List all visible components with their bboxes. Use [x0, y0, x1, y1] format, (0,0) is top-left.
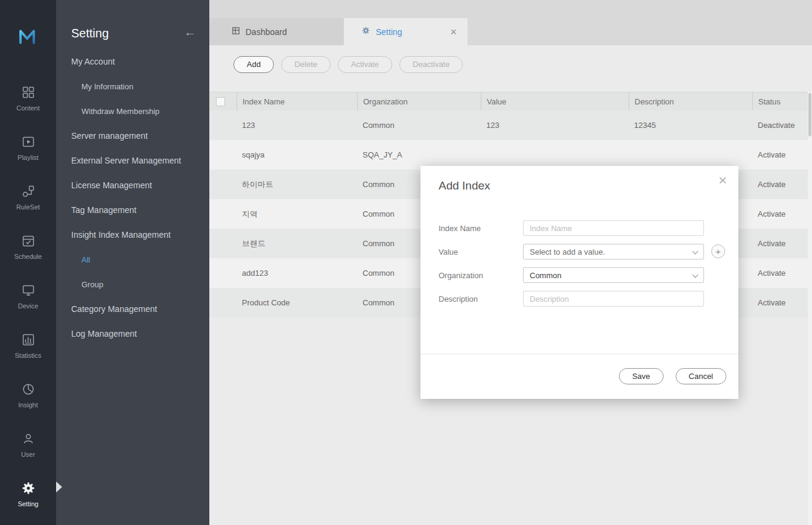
cell-status: Activate [752, 269, 812, 278]
schedule-icon [21, 234, 36, 248]
add-index-modal: Add Index × Index Name Value Select to a… [420, 166, 738, 399]
cancel-button[interactable]: Cancel [676, 368, 726, 384]
form-row-index-name: Index Name [439, 220, 720, 236]
sidebar-item-license-management[interactable]: License Management [56, 173, 209, 198]
rail-item-user[interactable]: User [0, 422, 56, 471]
cell-organization: SQA_JY_A [357, 150, 481, 159]
sidebar-item-my-account[interactable]: My Account [56, 49, 209, 74]
cell-index-name: 지역 [236, 209, 357, 220]
dashboard-icon [232, 27, 240, 37]
modal-close-icon[interactable]: × [718, 173, 727, 188]
tab-setting[interactable]: Setting × [344, 18, 468, 45]
cell-value: 123 [481, 121, 629, 130]
save-button[interactable]: Save [619, 368, 664, 384]
sidebar-item-withdraw-membership[interactable]: Withdraw Membership [56, 99, 209, 124]
rail-label: Insight [18, 401, 37, 409]
rail-item-content[interactable]: Content [0, 75, 56, 125]
app-root: Content Playlist RuleSet [0, 0, 812, 525]
description-label: Description [439, 294, 523, 304]
rail-item-ruleset[interactable]: RuleSet [0, 174, 56, 224]
chevron-down-icon [693, 272, 699, 278]
add-value-button[interactable]: + [711, 244, 725, 258]
column-header-value[interactable]: Value [481, 92, 629, 110]
sidebar-item-tag-management[interactable]: Tag Management [56, 198, 209, 223]
table-row[interactable]: sqajya SQA_JY_A Activate [209, 140, 812, 170]
cell-index-name: 123 [236, 121, 357, 130]
insight-icon [21, 382, 36, 396]
form-row-description: Description [439, 291, 720, 307]
value-select[interactable]: Select to add a value. [523, 244, 704, 259]
rail-label: Statistics [14, 352, 41, 359]
modal-title: Add Index [439, 179, 490, 192]
column-header-organization[interactable]: Organization [357, 92, 481, 110]
rail-label: User [21, 451, 35, 458]
vertical-scrollbar[interactable] [808, 92, 812, 525]
sidebar-item-category-management[interactable]: Category Management [56, 297, 209, 322]
scrollbar-thumb[interactable] [808, 93, 811, 136]
organization-label: Organization [439, 271, 523, 280]
cell-index-name: 브랜드 [236, 238, 357, 249]
setting-tab-gear-icon [361, 26, 370, 37]
rail-label: Schedule [14, 253, 42, 260]
table-row[interactable]: 123 Common 123 12345 Deactivate [209, 110, 812, 140]
column-header-index-name[interactable]: Index Name [236, 92, 357, 110]
sidebar-item-insight-index[interactable]: Insight Index Management [56, 223, 209, 247]
description-input[interactable] [523, 291, 704, 307]
value-label: Value [439, 247, 523, 256]
sidebar-item-server-management[interactable]: Server management [56, 124, 209, 148]
rail-item-setting[interactable]: Setting [0, 471, 56, 521]
sidebar-item-external-server[interactable]: External Server Management [56, 148, 209, 173]
rail-label: RuleSet [16, 203, 40, 211]
modal-divider [420, 354, 738, 354]
form-row-value: Value Select to add a value. + [439, 244, 720, 259]
index-name-input[interactable] [523, 220, 704, 236]
cell-index-name: Product Code [236, 298, 357, 307]
active-item-notch [56, 482, 62, 492]
rail-item-playlist[interactable]: Playlist [0, 125, 56, 174]
app-logo[interactable] [0, 0, 56, 75]
value-select-text: Select to add a value. [530, 247, 605, 256]
add-button[interactable]: Add [233, 56, 274, 73]
delete-button[interactable]: Delete [281, 56, 331, 73]
rail-item-statistics[interactable]: Statistics [0, 323, 56, 372]
index-name-label: Index Name [439, 224, 523, 233]
rail-label: Content [16, 104, 40, 112]
chevron-down-icon [693, 249, 699, 255]
select-all-checkbox[interactable] [216, 97, 225, 106]
cell-status: Deactivate [752, 121, 812, 130]
cell-status: Activate [752, 209, 812, 218]
settings-sidebar: Setting ← My Account My Information With… [56, 0, 209, 525]
sidebar-item-group[interactable]: Group [56, 272, 209, 297]
add-index-form: Index Name Value Select to add a value. … [439, 220, 720, 314]
nav-rail: Content Playlist RuleSet [0, 0, 56, 525]
rail-label: Device [18, 302, 39, 310]
tab-dashboard[interactable]: Dashboard [209, 18, 344, 45]
modal-actions: Save Cancel [619, 368, 726, 384]
rail-label: Playlist [17, 154, 39, 161]
collapse-sidebar-icon[interactable]: ← [184, 25, 196, 39]
rail-item-device[interactable]: Device [0, 273, 56, 323]
cell-organization: Common [357, 121, 481, 130]
deactivate-button[interactable]: Deactivate [399, 56, 463, 73]
sidebar-item-my-information[interactable]: My Information [56, 74, 209, 99]
playlist-icon [21, 135, 36, 149]
sidebar-item-log-management[interactable]: Log Management [56, 322, 209, 346]
column-header-status[interactable]: Status [752, 92, 812, 110]
statistics-icon [21, 332, 36, 347]
form-row-organization: Organization Common [439, 267, 720, 283]
rail-item-schedule[interactable]: Schedule [0, 224, 56, 273]
table-header: Index Name Organization Value Descriptio… [209, 92, 812, 110]
sidebar-menu: My Account My Information Withdraw Membe… [56, 49, 209, 346]
rail-item-insight[interactable]: Insight [0, 372, 56, 422]
cell-index-name: 하이마트 [236, 179, 357, 190]
cell-description: 12345 [629, 121, 752, 130]
column-header-description[interactable]: Description [629, 92, 752, 110]
cell-status: Activate [752, 239, 812, 248]
activate-button[interactable]: Activate [338, 56, 392, 73]
user-icon [21, 431, 36, 446]
organization-select[interactable]: Common [523, 267, 704, 283]
cell-status: Activate [752, 150, 812, 159]
tab-label: Setting [376, 27, 402, 37]
tab-close-icon[interactable]: × [450, 27, 457, 37]
sidebar-item-all[interactable]: All [56, 247, 209, 272]
